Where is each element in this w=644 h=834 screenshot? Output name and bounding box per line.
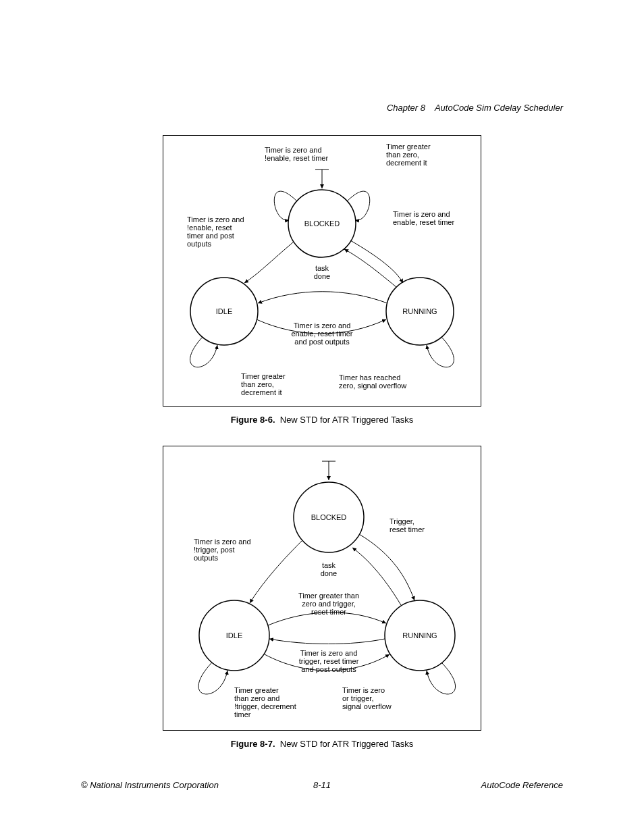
figure-8-6: BLOCKED IDLE RUNNING Timer is zero and!e… bbox=[163, 135, 481, 425]
lbl2-bot-left: Timer greaterthan zero and!trigger, decr… bbox=[234, 686, 296, 719]
page-header: Chapter 8 AutoCode Sim Cdelay Scheduler bbox=[387, 103, 563, 113]
label-mid-left: Timer is zero and!enable, resettimer and… bbox=[187, 215, 244, 248]
label-bot-left: Timer greaterthan zero,decrement it bbox=[241, 372, 286, 396]
state-running: RUNNING bbox=[402, 307, 437, 315]
state-idle: IDLE bbox=[216, 307, 232, 315]
label-top-left: Timer is zero and!enable, reset timer bbox=[265, 146, 328, 162]
lbl2-upper-mid: Timer greater thanzero and trigger,reset… bbox=[298, 592, 359, 616]
lbl2-top-right: Trigger,reset timer bbox=[390, 517, 425, 533]
figure-caption-1: Figure 8-6. New STD for ATR Triggered Ta… bbox=[163, 415, 481, 425]
lbl2-mid-left: Timer is zero and!trigger, postoutputs bbox=[194, 538, 251, 562]
state-blocked: BLOCKED bbox=[304, 219, 340, 228]
state-blocked-2: BLOCKED bbox=[311, 513, 347, 521]
label-bot-right: Timer has reachedzero, signal overflow bbox=[339, 373, 406, 390]
lbl2-center: taskdone bbox=[321, 561, 337, 577]
std-diagram-1: BLOCKED IDLE RUNNING Timer is zero and!e… bbox=[163, 135, 481, 407]
std-diagram-2: BLOCKED IDLE RUNNING Trigger,reset timer… bbox=[163, 446, 481, 731]
figure-8-7: BLOCKED IDLE RUNNING Trigger,reset timer… bbox=[163, 446, 481, 749]
chapter-title: AutoCode Sim Cdelay Scheduler bbox=[435, 103, 563, 113]
figure-caption-2: Figure 8-7. New STD for ATR Triggered Ta… bbox=[163, 739, 481, 749]
label-mid-right: Timer is zero andenable, reset timer bbox=[393, 210, 454, 226]
lbl2-bot-right: Timer is zeroor trigger,signal overflow bbox=[342, 686, 392, 710]
label-top-right: Timer greaterthan zero,decrement it bbox=[386, 142, 431, 167]
chapter-number: Chapter 8 bbox=[387, 103, 425, 113]
state-running-2: RUNNING bbox=[402, 631, 437, 640]
label-center: taskdone bbox=[314, 264, 330, 280]
state-idle-2: IDLE bbox=[226, 631, 242, 640]
lbl2-mid-center: Timer is zero andtrigger, reset timerand… bbox=[299, 649, 359, 673]
footer-right: AutoCode Reference bbox=[481, 780, 563, 790]
label-mid-center: Timer is zero andenable, reset timerand … bbox=[291, 321, 352, 346]
page: { "header":{"chapter":"Chapter 8","title… bbox=[0, 0, 644, 834]
